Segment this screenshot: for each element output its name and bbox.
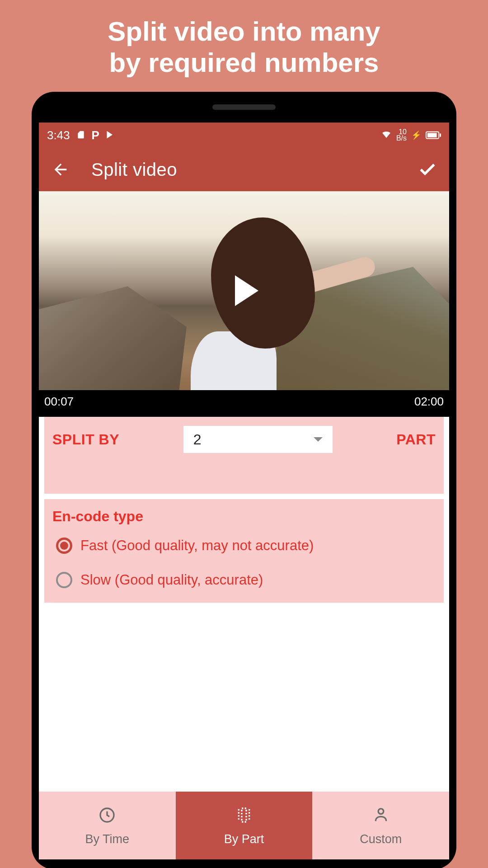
split-count-select[interactable]: 2: [183, 426, 333, 453]
split-by-card: SPLIT BY 2 PART: [44, 417, 444, 494]
svg-rect-4: [242, 808, 246, 822]
nav-by-time[interactable]: By Time: [39, 792, 176, 859]
network-speed: 10 B/s: [396, 129, 407, 142]
page-title: Split video: [91, 160, 397, 180]
play-icon: [235, 275, 258, 306]
phone-speaker: [212, 104, 276, 110]
nav-custom[interactable]: Custom: [312, 792, 449, 859]
svg-point-7: [378, 808, 384, 814]
arrow-left-icon: [52, 160, 70, 179]
split-by-label: SPLIT BY: [52, 431, 119, 448]
main-content: SPLIT BY 2 PART En-code type Fast (Good …: [39, 417, 449, 859]
encode-option-fast[interactable]: Fast (Good quality, may not accurate): [52, 538, 436, 554]
person-icon: [371, 805, 391, 825]
chevron-down-icon: [314, 437, 323, 442]
nav-by-part[interactable]: By Part: [176, 792, 313, 859]
phone-frame: 3:43 P 10 B/s ⚡: [32, 92, 456, 868]
split-unit-label: PART: [396, 431, 436, 448]
confirm-button[interactable]: [417, 159, 438, 180]
check-icon: [418, 160, 437, 179]
split-count-value: 2: [193, 431, 202, 448]
video-thumbnail[interactable]: [39, 191, 449, 390]
phone-screen: 3:43 P 10 B/s ⚡: [39, 123, 449, 859]
radio-unselected-icon: [56, 572, 72, 588]
encode-type-card: En-code type Fast (Good quality, may not…: [44, 499, 444, 603]
status-left: 3:43 P: [47, 128, 115, 142]
radio-selected-icon: [56, 538, 72, 554]
nav-by-part-label: By Part: [224, 832, 264, 846]
video-time-bar: 00:07 02:00: [39, 390, 449, 417]
bg-hair: [211, 217, 315, 349]
bottom-nav: By Time By Part Custom: [39, 792, 449, 859]
play-store-icon: [106, 128, 115, 142]
time-total: 02:00: [414, 395, 444, 409]
app-bar: Split video: [39, 148, 449, 191]
status-right: 10 B/s ⚡: [381, 128, 441, 142]
encode-type-title: En-code type: [52, 508, 436, 525]
promo-line-1: Split video into many: [18, 16, 470, 47]
back-button[interactable]: [50, 159, 71, 180]
nav-by-time-label: By Time: [85, 832, 130, 846]
app-notification-icon: P: [92, 128, 99, 142]
nav-custom-label: Custom: [360, 832, 402, 846]
promo-line-2: by required numbers: [18, 47, 470, 78]
battery-icon: [426, 128, 441, 142]
video-preview-area: 00:07 02:00: [39, 191, 449, 417]
promo-headline: Split video into many by required number…: [0, 0, 488, 92]
clock-icon: [97, 805, 117, 825]
status-bar: 3:43 P 10 B/s ⚡: [39, 123, 449, 148]
charging-icon: ⚡: [411, 130, 421, 140]
time-current: 00:07: [44, 395, 74, 409]
filmstrip-icon: [234, 805, 254, 825]
svg-rect-1: [440, 133, 441, 137]
status-time: 3:43: [47, 128, 70, 142]
encode-fast-label: Fast (Good quality, may not accurate): [80, 538, 314, 554]
bg-rock-left: [39, 275, 187, 390]
encode-option-slow[interactable]: Slow (Good quality, accurate): [52, 572, 436, 588]
encode-slow-label: Slow (Good quality, accurate): [80, 572, 263, 588]
svg-rect-2: [427, 133, 437, 137]
wifi-icon: [381, 128, 392, 142]
sd-card-icon: [76, 128, 85, 142]
split-by-row: SPLIT BY 2 PART: [52, 426, 436, 453]
